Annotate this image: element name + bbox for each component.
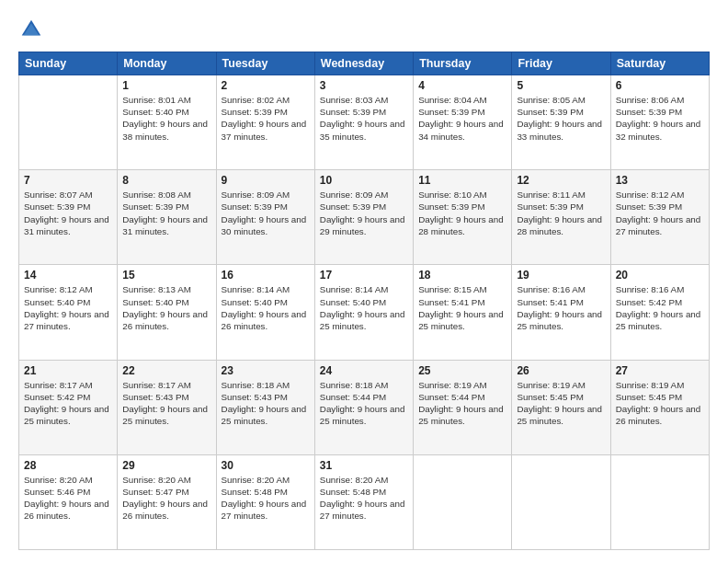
calendar-cell: 18Sunrise: 8:15 AMSunset: 5:41 PMDayligh… [414,265,512,360]
day-number: 16 [222,269,310,282]
calendar-cell [414,454,512,549]
day-number: 19 [517,269,605,282]
cell-info: Sunrise: 8:16 AMSunset: 5:41 PMDaylight:… [517,283,605,332]
cell-info: Sunrise: 8:20 AMSunset: 5:48 PMDaylight:… [320,474,408,523]
day-number: 25 [418,364,506,377]
calendar-cell: 6Sunrise: 8:06 AMSunset: 5:39 PMDaylight… [610,75,709,170]
cell-info: Sunrise: 8:02 AMSunset: 5:39 PMDaylight:… [222,94,310,143]
calendar-cell: 1Sunrise: 8:01 AMSunset: 5:40 PMDaylight… [118,75,216,170]
day-number: 17 [320,269,408,282]
cell-info: Sunrise: 8:04 AMSunset: 5:39 PMDaylight:… [418,94,506,143]
calendar-cell: 7Sunrise: 8:07 AMSunset: 5:39 PMDaylight… [19,170,118,265]
cell-info: Sunrise: 8:19 AMSunset: 5:44 PMDaylight:… [418,379,506,428]
day-number: 20 [616,269,704,282]
calendar-cell: 11Sunrise: 8:10 AMSunset: 5:39 PMDayligh… [414,170,512,265]
day-number: 27 [616,364,704,377]
day-number: 14 [24,269,112,282]
cell-info: Sunrise: 8:17 AMSunset: 5:43 PMDaylight:… [122,379,210,428]
day-number: 5 [517,79,605,92]
cell-info: Sunrise: 8:09 AMSunset: 5:39 PMDaylight:… [222,189,310,237]
day-number: 12 [517,174,605,187]
calendar-cell: 14Sunrise: 8:12 AMSunset: 5:40 PMDayligh… [19,265,118,360]
calendar-cell: 2Sunrise: 8:02 AMSunset: 5:39 PMDaylight… [216,75,314,170]
cell-info: Sunrise: 8:14 AMSunset: 5:40 PMDaylight:… [320,283,408,332]
day-number: 18 [418,269,506,282]
page: SundayMondayTuesdayWednesdayThursdayFrid… [0,0,728,563]
calendar-cell: 30Sunrise: 8:20 AMSunset: 5:48 PMDayligh… [216,454,314,549]
weekday-header: Monday [118,52,216,75]
calendar-cell: 16Sunrise: 8:14 AMSunset: 5:40 PMDayligh… [216,265,314,360]
calendar-cell: 19Sunrise: 8:16 AMSunset: 5:41 PMDayligh… [512,265,610,360]
calendar-cell: 8Sunrise: 8:08 AMSunset: 5:39 PMDaylight… [118,170,216,265]
day-number: 30 [222,459,310,472]
cell-info: Sunrise: 8:17 AMSunset: 5:42 PMDaylight:… [24,379,112,428]
cell-info: Sunrise: 8:13 AMSunset: 5:40 PMDaylight:… [122,283,210,332]
cell-info: Sunrise: 8:12 AMSunset: 5:40 PMDaylight:… [24,283,112,332]
day-number: 13 [616,174,704,187]
day-number: 23 [222,364,310,377]
weekday-header: Thursday [414,52,512,75]
calendar-cell: 24Sunrise: 8:18 AMSunset: 5:44 PMDayligh… [314,360,413,454]
calendar-cell: 9Sunrise: 8:09 AMSunset: 5:39 PMDaylight… [216,170,314,265]
day-number: 31 [320,459,408,472]
calendar-cell: 21Sunrise: 8:17 AMSunset: 5:42 PMDayligh… [19,360,118,454]
day-number: 7 [24,174,112,187]
cell-info: Sunrise: 8:20 AMSunset: 5:46 PMDaylight:… [24,474,112,523]
cell-info: Sunrise: 8:07 AMSunset: 5:39 PMDaylight:… [24,189,112,237]
header [18,17,710,42]
calendar-cell: 29Sunrise: 8:20 AMSunset: 5:47 PMDayligh… [118,454,216,549]
calendar-cell: 25Sunrise: 8:19 AMSunset: 5:44 PMDayligh… [414,360,512,454]
weekday-header: Sunday [19,52,118,75]
day-number: 26 [517,364,605,377]
weekday-header: Saturday [610,52,709,75]
calendar-cell: 31Sunrise: 8:20 AMSunset: 5:48 PMDayligh… [314,454,413,549]
cell-info: Sunrise: 8:20 AMSunset: 5:48 PMDaylight:… [222,474,310,523]
cell-info: Sunrise: 8:08 AMSunset: 5:39 PMDaylight:… [122,189,210,237]
day-number: 9 [222,174,310,187]
cell-info: Sunrise: 8:14 AMSunset: 5:40 PMDaylight:… [222,283,310,332]
calendar-cell: 28Sunrise: 8:20 AMSunset: 5:46 PMDayligh… [19,454,118,549]
day-number: 28 [24,459,112,472]
cell-info: Sunrise: 8:09 AMSunset: 5:39 PMDaylight:… [320,189,408,237]
calendar-cell: 23Sunrise: 8:18 AMSunset: 5:43 PMDayligh… [216,360,314,454]
weekday-header: Wednesday [314,52,413,75]
cell-info: Sunrise: 8:12 AMSunset: 5:39 PMDaylight:… [616,189,704,237]
day-number: 3 [320,79,408,92]
day-number: 10 [320,174,408,187]
weekday-header: Friday [512,52,610,75]
calendar-cell: 27Sunrise: 8:19 AMSunset: 5:45 PMDayligh… [610,360,709,454]
calendar-cell [512,454,610,549]
calendar-cell: 22Sunrise: 8:17 AMSunset: 5:43 PMDayligh… [118,360,216,454]
day-number: 11 [418,174,506,187]
cell-info: Sunrise: 8:18 AMSunset: 5:44 PMDaylight:… [320,379,408,428]
calendar-cell: 12Sunrise: 8:11 AMSunset: 5:39 PMDayligh… [512,170,610,265]
day-number: 8 [122,174,210,187]
calendar-cell: 3Sunrise: 8:03 AMSunset: 5:39 PMDaylight… [314,75,413,170]
cell-info: Sunrise: 8:19 AMSunset: 5:45 PMDaylight:… [616,379,704,428]
cell-info: Sunrise: 8:15 AMSunset: 5:41 PMDaylight:… [418,283,506,332]
calendar-week-row: 1Sunrise: 8:01 AMSunset: 5:40 PMDaylight… [19,75,710,170]
calendar-week-row: 28Sunrise: 8:20 AMSunset: 5:46 PMDayligh… [19,454,710,549]
cell-info: Sunrise: 8:11 AMSunset: 5:39 PMDaylight:… [517,189,605,237]
calendar-week-row: 14Sunrise: 8:12 AMSunset: 5:40 PMDayligh… [19,265,710,360]
cell-info: Sunrise: 8:01 AMSunset: 5:40 PMDaylight:… [122,94,210,143]
day-number: 21 [24,364,112,377]
cell-info: Sunrise: 8:05 AMSunset: 5:39 PMDaylight:… [517,94,605,143]
calendar-cell: 26Sunrise: 8:19 AMSunset: 5:45 PMDayligh… [512,360,610,454]
cell-info: Sunrise: 8:19 AMSunset: 5:45 PMDaylight:… [517,379,605,428]
day-number: 22 [122,364,210,377]
cell-info: Sunrise: 8:03 AMSunset: 5:39 PMDaylight:… [320,94,408,143]
logo [18,17,48,42]
calendar-week-row: 21Sunrise: 8:17 AMSunset: 5:42 PMDayligh… [19,360,710,454]
calendar-cell: 15Sunrise: 8:13 AMSunset: 5:40 PMDayligh… [118,265,216,360]
day-number: 4 [418,79,506,92]
day-number: 24 [320,364,408,377]
day-number: 1 [122,79,210,92]
cell-info: Sunrise: 8:18 AMSunset: 5:43 PMDaylight:… [222,379,310,428]
calendar-cell: 10Sunrise: 8:09 AMSunset: 5:39 PMDayligh… [314,170,413,265]
calendar-cell: 17Sunrise: 8:14 AMSunset: 5:40 PMDayligh… [314,265,413,360]
day-number: 6 [616,79,704,92]
calendar-cell [19,75,118,170]
calendar-cell: 5Sunrise: 8:05 AMSunset: 5:39 PMDaylight… [512,75,610,170]
day-number: 2 [222,79,310,92]
